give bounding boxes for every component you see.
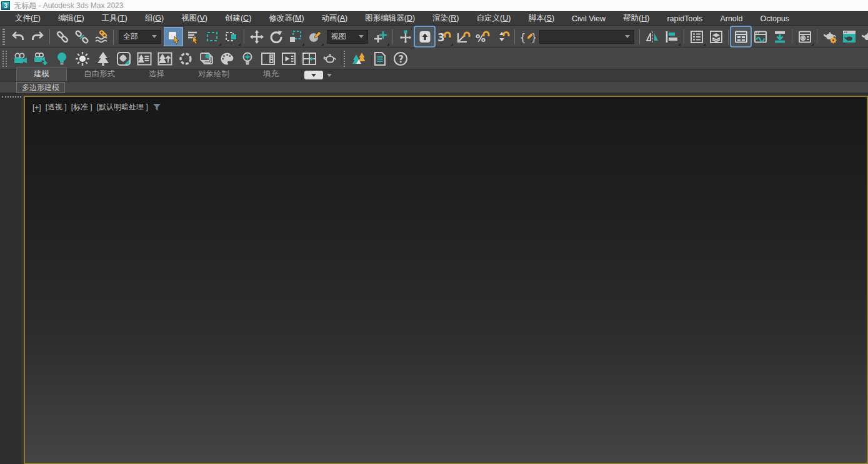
rendered-frame-window-button[interactable] [839, 27, 859, 46]
ribbon-tab-freeform[interactable]: 自由形式 [67, 68, 132, 81]
use-center-button[interactable] [371, 27, 390, 46]
layer-explorer-icon [709, 29, 724, 44]
menu-tools[interactable]: 工具(T) [93, 11, 136, 26]
ribbon-tab-populate[interactable]: 填充 [246, 68, 296, 81]
use-center-icon [373, 29, 388, 44]
preview-window-button[interactable] [278, 49, 299, 68]
menu-help[interactable]: 帮助(H) [614, 11, 658, 26]
menu-modifiers[interactable]: 修改器(M) [260, 11, 312, 26]
palette-button[interactable] [216, 49, 237, 68]
named-sets-icon: { } [519, 29, 536, 45]
select-by-name-button[interactable] [183, 27, 202, 46]
mirror-button[interactable] [642, 27, 662, 46]
render-setup-button[interactable] [820, 27, 839, 46]
menu-rapidtools[interactable]: rapidTools [658, 13, 711, 25]
schematic-view-button[interactable] [770, 27, 789, 46]
select-and-rotate-button[interactable] [266, 27, 286, 46]
menu-civil-view[interactable]: Civil View [563, 13, 614, 25]
bind-to-spacewarp-button[interactable] [91, 27, 111, 46]
add-camera-button[interactable] [31, 49, 51, 68]
ribbon-toggle-button[interactable] [731, 27, 751, 46]
curve-editor-button[interactable] [751, 27, 770, 46]
reference-coordinate-dropdown[interactable]: 视图 [327, 30, 368, 44]
rendered-frame-icon [841, 29, 857, 45]
material-editor-button[interactable] [795, 27, 814, 46]
named-selection-sets-dropdown[interactable] [539, 30, 634, 44]
window-crossing-button[interactable] [222, 27, 241, 46]
snap-3d-toggle[interactable]: 3 [434, 27, 454, 46]
forest-edit-button[interactable] [154, 49, 175, 68]
select-and-move-button[interactable] [247, 27, 266, 46]
select-object-button[interactable] [164, 27, 183, 46]
menu-octopus[interactable]: Octopus [752, 13, 799, 25]
ribbon-tab-modeling[interactable]: 建模 [16, 67, 67, 81]
schematic-view-icon [772, 29, 787, 44]
menu-file[interactable]: 文件(F) [6, 11, 49, 26]
angle-snap-toggle[interactable] [454, 27, 473, 46]
link-button[interactable] [52, 27, 72, 46]
forest-create-button[interactable] [113, 49, 134, 68]
create-tree-button[interactable] [92, 49, 113, 68]
create-camera-button[interactable] [10, 49, 31, 68]
render-teapot-button[interactable] [319, 49, 340, 68]
ribbon-minimize-options-caret[interactable] [327, 74, 332, 77]
percent-snap-toggle[interactable]: % [473, 27, 492, 46]
panel-tab-polygon-modeling[interactable]: 多边形建模 [16, 82, 65, 93]
align-button[interactable] [662, 27, 681, 46]
select-and-place-button[interactable] [305, 27, 324, 46]
edit-named-sets-button[interactable]: { } [517, 27, 537, 46]
menu-animation[interactable]: 动画(A) [313, 11, 357, 26]
menu-scripting[interactable]: 脚本(S) [519, 11, 563, 26]
perspective-viewport[interactable]: [+] [透视 ] [标准 ] [默认明暗处理 ] [24, 96, 868, 464]
viewport-config-button[interactable] [257, 49, 278, 68]
unlink-button[interactable] [72, 27, 91, 46]
spinner-snap-toggle[interactable] [492, 27, 512, 46]
menu-rendering[interactable]: 渲染(R) [424, 11, 467, 26]
forest-list-button[interactable] [134, 49, 154, 68]
layer-explorer-button[interactable] [706, 27, 726, 46]
viewport-layout-button[interactable] [299, 49, 319, 68]
viewport-render-preset-menu[interactable]: [标准 ] [71, 102, 92, 113]
menu-create[interactable]: 创建(C) [216, 11, 260, 26]
redo-button[interactable] [27, 27, 47, 46]
help-button[interactable]: ? [390, 49, 411, 68]
ribbon-tab-object-paint[interactable]: 对象绘制 [181, 68, 246, 81]
undo-button[interactable] [8, 27, 27, 46]
forest-edit-icon [157, 51, 173, 67]
document-list-button[interactable] [369, 49, 390, 68]
viewport-pov-menu[interactable]: [透视 ] [46, 102, 67, 113]
toolbar-drag-handle[interactable] [2, 96, 21, 98]
palette-icon [219, 51, 235, 67]
render-setup-icon [822, 29, 838, 45]
menu-arnold[interactable]: Arnold [711, 13, 751, 25]
layer-stack-button[interactable] [196, 49, 216, 68]
keyboard-override-toggle[interactable] [415, 27, 434, 46]
menu-edit[interactable]: 编辑(E) [49, 11, 93, 26]
render-production-button[interactable] [859, 27, 868, 46]
menu-graph-editors[interactable]: 图形编辑器(D) [356, 11, 424, 26]
menu-group[interactable]: 组(G) [136, 11, 173, 26]
viewport-filter-icon[interactable] [152, 103, 161, 111]
selection-region-button[interactable] [202, 27, 222, 46]
scene-explorer-button[interactable] [687, 27, 706, 46]
select-and-scale-button[interactable] [286, 27, 305, 46]
menu-views[interactable]: 视图(V) [172, 11, 216, 26]
select-and-manipulate-button[interactable] [396, 27, 415, 46]
railclone-button[interactable] [175, 49, 196, 68]
window-play-icon [281, 51, 297, 67]
ribbon-tab-selection[interactable]: 选择 [132, 68, 181, 81]
toolbar-drag-handle[interactable] [2, 29, 5, 45]
app-icon[interactable]: 3 [1, 1, 10, 10]
light-lister-button[interactable] [237, 49, 257, 68]
toolbar-drag-handle[interactable] [2, 51, 7, 67]
create-light-button[interactable] [51, 49, 72, 68]
main-area: [+] [透视 ] [标准 ] [默认明暗处理 ] [0, 93, 868, 464]
selection-filter-dropdown[interactable]: 全部 [119, 30, 161, 44]
daylight-button[interactable] [72, 49, 92, 68]
viewport-general-menu[interactable]: [+] [32, 103, 41, 112]
viewport-shading-menu[interactable]: [默认明暗处理 ] [97, 102, 148, 113]
menu-customize[interactable]: 自定义(U) [468, 11, 520, 26]
ribbon-minimize-button[interactable] [304, 71, 323, 79]
ribbon-tab-bar: 建模 自由形式 选择 对象绘制 填充 [0, 69, 868, 81]
forest-tools-button[interactable] [349, 49, 369, 68]
